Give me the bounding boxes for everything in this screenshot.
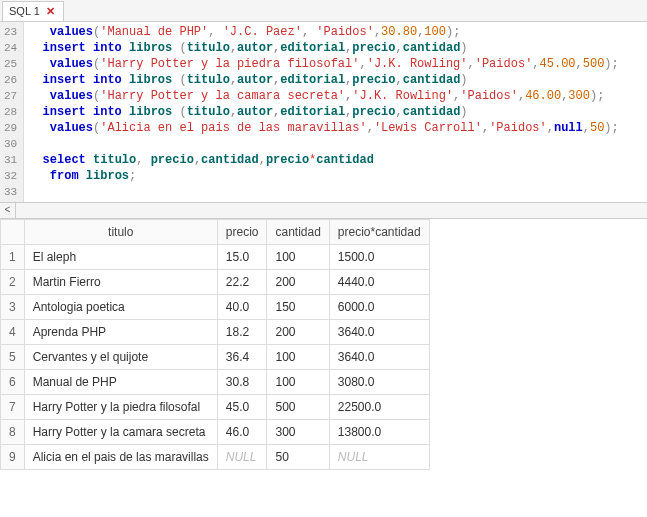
cell[interactable]: 3080.0 bbox=[329, 370, 429, 395]
cell[interactable]: Manual de PHP bbox=[24, 370, 217, 395]
cell[interactable]: 13800.0 bbox=[329, 420, 429, 445]
row-number: 9 bbox=[1, 445, 25, 470]
cell[interactable]: 100 bbox=[267, 245, 329, 270]
line-gutter: 2324252627282930313233 bbox=[0, 22, 24, 202]
cell[interactable]: 500 bbox=[267, 395, 329, 420]
line-number: 23 bbox=[4, 24, 17, 40]
column-header[interactable]: precio bbox=[217, 220, 267, 245]
cell[interactable]: 50 bbox=[267, 445, 329, 470]
cell[interactable]: 200 bbox=[267, 320, 329, 345]
cell[interactable]: 1500.0 bbox=[329, 245, 429, 270]
cell[interactable]: El aleph bbox=[24, 245, 217, 270]
editor-tabs: SQL 1 ✕ bbox=[0, 0, 647, 22]
results-header-row: titulopreciocantidadprecio*cantidad bbox=[1, 220, 430, 245]
cell[interactable]: 30.8 bbox=[217, 370, 267, 395]
table-row[interactable]: 1El aleph15.01001500.0 bbox=[1, 245, 430, 270]
cell[interactable]: Harry Potter y la piedra filosofal bbox=[24, 395, 217, 420]
cell[interactable]: 6000.0 bbox=[329, 295, 429, 320]
table-row[interactable]: 7Harry Potter y la piedra filosofal45.05… bbox=[1, 395, 430, 420]
cell[interactable]: 22.2 bbox=[217, 270, 267, 295]
code-line[interactable] bbox=[28, 184, 643, 200]
scroll-left-icon[interactable]: < bbox=[0, 203, 16, 218]
code-line[interactable]: values('Alicia en el pais de las maravil… bbox=[28, 120, 643, 136]
line-number: 27 bbox=[4, 88, 17, 104]
cell[interactable]: Aprenda PHP bbox=[24, 320, 217, 345]
row-number: 8 bbox=[1, 420, 25, 445]
code-line[interactable] bbox=[28, 136, 643, 152]
cell[interactable]: 45.0 bbox=[217, 395, 267, 420]
table-row[interactable]: 8Harry Potter y la camara secreta46.0300… bbox=[1, 420, 430, 445]
cell[interactable]: 4440.0 bbox=[329, 270, 429, 295]
cell[interactable]: 40.0 bbox=[217, 295, 267, 320]
row-number: 2 bbox=[1, 270, 25, 295]
cell[interactable]: 15.0 bbox=[217, 245, 267, 270]
code-line[interactable]: insert into libros (titulo,autor,editori… bbox=[28, 40, 643, 56]
code-line[interactable]: insert into libros (titulo,autor,editori… bbox=[28, 72, 643, 88]
column-header[interactable]: precio*cantidad bbox=[329, 220, 429, 245]
code-line[interactable]: insert into libros (titulo,autor,editori… bbox=[28, 104, 643, 120]
line-number: 32 bbox=[4, 168, 17, 184]
results-grid[interactable]: titulopreciocantidadprecio*cantidad1El a… bbox=[0, 219, 647, 517]
cell[interactable]: 100 bbox=[267, 370, 329, 395]
sql-editor[interactable]: 2324252627282930313233 values('Manual de… bbox=[0, 22, 647, 203]
code-line[interactable]: select titulo, precio,cantidad,precio*ca… bbox=[28, 152, 643, 168]
code-area[interactable]: values('Manual de PHP', 'J.C. Paez', 'Pa… bbox=[24, 22, 647, 202]
line-number: 30 bbox=[4, 136, 17, 152]
cell[interactable]: 46.0 bbox=[217, 420, 267, 445]
cell[interactable]: NULL bbox=[217, 445, 267, 470]
cell[interactable]: Cervantes y el quijote bbox=[24, 345, 217, 370]
line-number: 26 bbox=[4, 72, 17, 88]
close-icon[interactable]: ✕ bbox=[44, 5, 57, 18]
line-number: 29 bbox=[4, 120, 17, 136]
table-row[interactable]: 9Alicia en el pais de las maravillasNULL… bbox=[1, 445, 430, 470]
cell[interactable]: NULL bbox=[329, 445, 429, 470]
scroll-track[interactable] bbox=[16, 203, 647, 218]
tab-sql1[interactable]: SQL 1 ✕ bbox=[2, 1, 64, 21]
cell[interactable]: 3640.0 bbox=[329, 345, 429, 370]
cell[interactable]: 200 bbox=[267, 270, 329, 295]
code-line[interactable]: values('Harry Potter y la piedra filosof… bbox=[28, 56, 643, 72]
code-line[interactable]: from libros; bbox=[28, 168, 643, 184]
cell[interactable]: Harry Potter y la camara secreta bbox=[24, 420, 217, 445]
row-number: 4 bbox=[1, 320, 25, 345]
line-number: 28 bbox=[4, 104, 17, 120]
column-header[interactable]: cantidad bbox=[267, 220, 329, 245]
cell[interactable]: Alicia en el pais de las maravillas bbox=[24, 445, 217, 470]
row-number: 5 bbox=[1, 345, 25, 370]
horizontal-scrollbar[interactable]: < bbox=[0, 203, 647, 219]
cell[interactable]: 150 bbox=[267, 295, 329, 320]
table-row[interactable]: 6Manual de PHP30.81003080.0 bbox=[1, 370, 430, 395]
code-line[interactable]: values('Harry Potter y la camara secreta… bbox=[28, 88, 643, 104]
row-number: 3 bbox=[1, 295, 25, 320]
cell[interactable]: 300 bbox=[267, 420, 329, 445]
line-number: 25 bbox=[4, 56, 17, 72]
cell[interactable]: Antologia poetica bbox=[24, 295, 217, 320]
line-number: 24 bbox=[4, 40, 17, 56]
row-number: 6 bbox=[1, 370, 25, 395]
cell[interactable]: Martin Fierro bbox=[24, 270, 217, 295]
table-row[interactable]: 3Antologia poetica40.01506000.0 bbox=[1, 295, 430, 320]
table-row[interactable]: 2Martin Fierro22.22004440.0 bbox=[1, 270, 430, 295]
line-number: 31 bbox=[4, 152, 17, 168]
tab-label: SQL 1 bbox=[9, 5, 40, 17]
rownum-header bbox=[1, 220, 25, 245]
table-row[interactable]: 5Cervantes y el quijote36.41003640.0 bbox=[1, 345, 430, 370]
code-line[interactable]: values('Manual de PHP', 'J.C. Paez', 'Pa… bbox=[28, 24, 643, 40]
row-number: 7 bbox=[1, 395, 25, 420]
column-header[interactable]: titulo bbox=[24, 220, 217, 245]
cell[interactable]: 36.4 bbox=[217, 345, 267, 370]
cell[interactable]: 22500.0 bbox=[329, 395, 429, 420]
cell[interactable]: 100 bbox=[267, 345, 329, 370]
row-number: 1 bbox=[1, 245, 25, 270]
cell[interactable]: 18.2 bbox=[217, 320, 267, 345]
line-number: 33 bbox=[4, 184, 17, 200]
cell[interactable]: 3640.0 bbox=[329, 320, 429, 345]
table-row[interactable]: 4Aprenda PHP18.22003640.0 bbox=[1, 320, 430, 345]
